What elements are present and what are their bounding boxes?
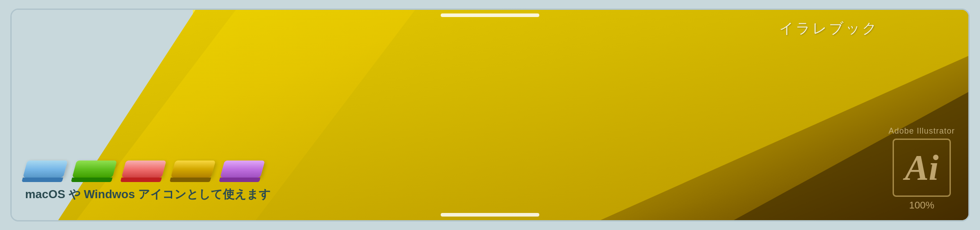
eraser-purple	[220, 161, 265, 178]
eraser-row	[25, 161, 285, 178]
ai-box: Ai	[893, 139, 951, 197]
caption-text: macOS や Windwos アイコンとして使えます	[25, 187, 285, 202]
light-bar-bottom	[441, 213, 539, 217]
ai-percent: 100%	[889, 200, 955, 211]
eraser-pink	[121, 161, 166, 178]
yellow-background	[193, 10, 968, 221]
left-content-area: macOS や Windwos アイコンとして使えます	[25, 161, 285, 202]
light-bar-top	[441, 13, 539, 17]
eraser-blue	[23, 161, 68, 178]
eraser-green	[72, 161, 117, 178]
top-right-title: イラレブック	[779, 19, 879, 39]
ai-badge: Adobe Illustrator Ai 100%	[889, 126, 955, 211]
ai-letter: Ai	[905, 148, 939, 188]
eraser-yellow	[171, 161, 216, 178]
main-frame: macOS や Windwos アイコンとして使えます イラレブック Adobe…	[10, 9, 970, 221]
ai-app-name: Adobe Illustrator	[889, 126, 955, 136]
